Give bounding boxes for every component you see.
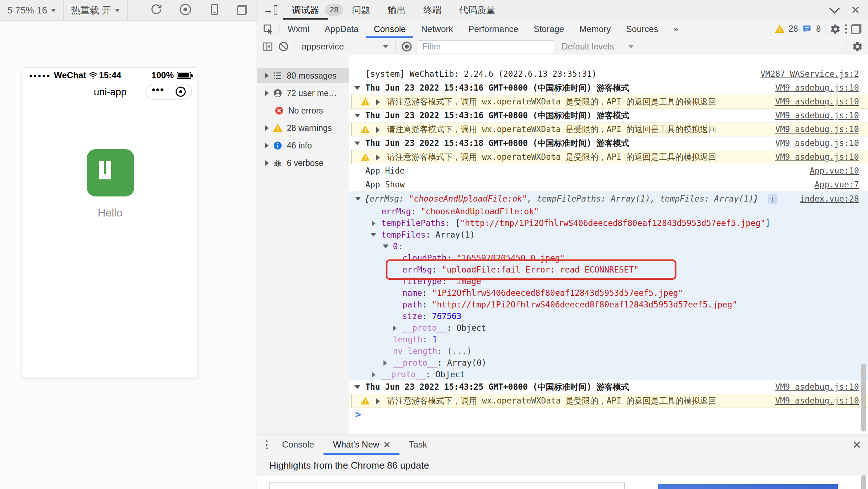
expander-down-icon[interactable] (354, 142, 360, 145)
expander-down-icon[interactable] (354, 114, 360, 118)
chevron-down-icon (383, 45, 388, 48)
inspect-element-icon[interactable] (257, 20, 280, 38)
filter-input[interactable] (418, 40, 554, 53)
drawer-tab-task[interactable]: Task (399, 434, 436, 455)
vertical-scrollbar-thumb[interactable] (861, 364, 866, 432)
tab-console[interactable]: Console (366, 20, 413, 38)
property-value[interactable]: (...) (447, 346, 472, 356)
source-link[interactable]: App.vue:7 (815, 178, 859, 191)
expander-right-icon[interactable] (372, 220, 375, 226)
sidebar-item-warnings[interactable]: 28 warnings (257, 121, 349, 135)
tab-debugger[interactable]: 调试器 (283, 0, 328, 20)
source-link[interactable]: App.vue:10 (810, 164, 859, 178)
source-link[interactable]: VM287 WAService.js:2 (760, 67, 859, 81)
exit-miniprogram-button[interactable] (176, 87, 186, 97)
sidebar-item-verbose[interactable]: 6 verbose (257, 156, 349, 170)
tab-memory[interactable]: Memory (572, 20, 619, 38)
sidebar-item-all-messages[interactable]: 80 messages (257, 68, 349, 83)
source-link[interactable]: VM9 asdebug.js:10 (775, 380, 859, 394)
whats-new-content (257, 476, 868, 489)
hot-reload-selector[interactable]: 热重载 开 (64, 0, 127, 20)
object-property-proto[interactable]: __proto__Array(0) (349, 357, 868, 369)
expander-right-icon[interactable] (376, 99, 380, 105)
tab-output[interactable]: 输出 (379, 0, 414, 20)
sidebar-toggle-icon[interactable] (262, 41, 273, 52)
object-property[interactable]: 0 (349, 240, 868, 252)
sidebar-item-info[interactable]: 46 info (257, 138, 349, 153)
gear-icon[interactable] (830, 24, 841, 35)
drawer-tab-whats-new[interactable]: What's New (324, 434, 399, 455)
object-property-proto[interactable]: __proto__Object (349, 369, 868, 380)
device-selector[interactable]: 5 75% 16 (0, 0, 63, 20)
eye-icon[interactable] (401, 41, 413, 52)
messages-icon[interactable] (802, 24, 812, 34)
close-drawer-icon[interactable] (852, 440, 861, 449)
source-link[interactable]: VM9 asdebug.js:10 (775, 123, 859, 136)
property-key: __proto__ (402, 323, 457, 333)
collapse-icon[interactable] (829, 3, 840, 13)
bracket: ] (765, 218, 771, 228)
multi-window-icon[interactable] (237, 5, 247, 15)
object-property[interactable]: nv_length(...) (349, 345, 868, 357)
refresh-button[interactable] (150, 3, 163, 17)
source-link[interactable]: VM9 asdebug.js:10 (775, 109, 859, 122)
sidebar-item-label: 80 messages (287, 71, 337, 81)
dock-side-icon[interactable] (851, 24, 861, 34)
object-property[interactable]: tempFilePaths["http://tmp/1Pi2OfhlrwS406… (349, 217, 868, 229)
console-settings-gear-icon[interactable] (852, 41, 863, 52)
expander-right-icon[interactable] (383, 360, 387, 366)
close-icon[interactable] (851, 5, 860, 15)
kebab-menu-icon[interactable] (845, 24, 847, 33)
source-link[interactable]: VM9 asdebug.js:10 (775, 394, 859, 408)
tab-sources[interactable]: Sources (619, 20, 666, 38)
drawer-kebab-icon[interactable] (266, 440, 268, 449)
expander-down-icon[interactable] (354, 385, 360, 389)
source-link[interactable]: VM9 asdebug.js:10 (775, 150, 859, 164)
expander-right-icon[interactable] (372, 372, 375, 378)
tab-code-quality[interactable]: 代码质量 (450, 0, 504, 20)
expander-down-icon[interactable] (383, 244, 389, 248)
drawer-scrollbar-thumb[interactable] (861, 475, 866, 489)
phone-mode-button[interactable] (208, 3, 221, 17)
expander-right-icon[interactable] (376, 127, 380, 133)
expander-down-icon[interactable] (355, 197, 361, 200)
more-tabs-button[interactable]: » (666, 20, 686, 38)
info-badge-icon[interactable]: i (768, 194, 777, 204)
tab-wxml[interactable]: Wxml (280, 20, 317, 38)
more-menu-button[interactable]: ••• (152, 86, 164, 94)
warning-icon[interactable] (775, 24, 784, 34)
sidebar-item-user-messages[interactable]: 72 user me… (257, 86, 349, 100)
console-prompt[interactable]: > (349, 408, 868, 422)
tab-terminal[interactable]: 终端 (414, 0, 450, 20)
expander-down-icon[interactable] (354, 86, 360, 90)
expander-right-icon[interactable] (376, 398, 380, 404)
object-property-proto[interactable]: __proto__Object (349, 322, 868, 334)
stop-button[interactable] (179, 3, 192, 17)
tab-problems[interactable]: 问题 (343, 0, 379, 20)
source-link[interactable]: VM9 asdebug.js:10 (775, 81, 859, 95)
log-levels-selector[interactable]: Default levels (559, 41, 636, 52)
expander-down-icon[interactable] (370, 233, 376, 236)
sidebar-item-label: 6 verbose (287, 158, 324, 168)
source-link[interactable]: VM9 asdebug.js:10 (775, 136, 859, 150)
tab-label: Wxml (288, 24, 309, 34)
group-guide-line (351, 123, 351, 136)
object-preview[interactable]: {errMsg: "chooseAndUploadFile:ok", tempF… (349, 192, 868, 206)
close-tab-icon[interactable] (383, 441, 390, 448)
tab-performance[interactable]: Performance (461, 20, 526, 38)
dock-toggle-icon[interactable]: → (264, 4, 277, 16)
sidebar-item-errors[interactable]: No errors (257, 103, 349, 118)
source-link[interactable]: VM9 asdebug.js:10 (775, 95, 859, 108)
clear-console-icon[interactable] (278, 41, 289, 52)
expander-right-icon[interactable] (393, 325, 397, 331)
tab-storage[interactable]: Storage (526, 20, 572, 38)
drawer-tab-console[interactable]: Console (273, 434, 324, 455)
tab-network[interactable]: Network (413, 20, 461, 38)
sidebar-item-label: 46 info (287, 141, 312, 151)
property-value: "http://tmp/1Pi2OfhlrwS406deeced8f80eaf1… (432, 300, 737, 309)
object-property[interactable]: tempFilesArray(1) (349, 229, 868, 240)
context-selector[interactable]: appservice (300, 41, 390, 52)
tab-appdata[interactable]: AppData (317, 20, 366, 38)
expander-right-icon[interactable] (376, 155, 380, 160)
source-link[interactable]: index.vue:28 (800, 192, 859, 206)
